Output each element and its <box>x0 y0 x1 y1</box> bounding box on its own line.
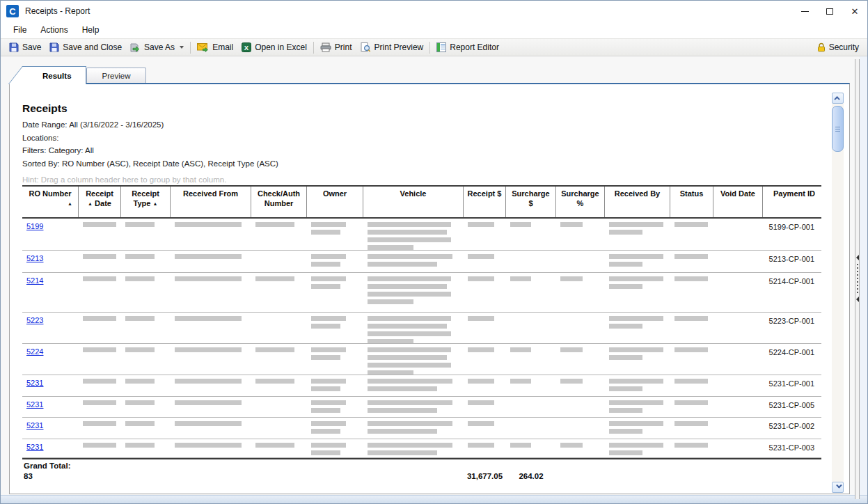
redacted-bar <box>83 421 116 426</box>
table-header: RO Number▲Receipt▲ DateReceiptType ▲Rece… <box>22 185 821 219</box>
table-row: 52135213-CP-001 <box>22 251 821 273</box>
column-header-check-auth-number[interactable]: Check/AuthNumber <box>251 187 307 217</box>
tab-results[interactable]: Results <box>24 66 86 84</box>
redacted-bar <box>674 379 708 384</box>
menu-file[interactable]: File <box>6 23 33 37</box>
ro-number-link[interactable]: 5199 <box>26 222 43 230</box>
report-editor-button[interactable]: Report Editor <box>432 41 503 54</box>
tab-preview[interactable]: Preview <box>86 68 147 83</box>
vehicle-cell <box>363 397 464 417</box>
collapse-left-icon[interactable] <box>856 255 859 260</box>
scroll-down-button[interactable] <box>832 482 844 493</box>
payment-id: 5214-CP-001 <box>769 276 821 285</box>
surcharge-percent-cell <box>556 219 605 250</box>
redacted-bar <box>311 276 346 281</box>
vehicle-cell <box>363 313 464 344</box>
column-header-owner[interactable]: Owner <box>307 187 363 217</box>
redacted-bar <box>125 379 155 384</box>
table-row: 52315231-CP-001 <box>22 375 821 397</box>
ro-number-link[interactable]: 5213 <box>26 254 43 262</box>
scroll-up-button[interactable] <box>832 93 844 104</box>
column-header-void-date[interactable]: Void Date <box>713 187 763 217</box>
maximize-button[interactable] <box>817 1 842 22</box>
toolbar-separator <box>429 42 430 54</box>
close-button[interactable]: ✕ <box>842 1 867 22</box>
right-margin-strip <box>860 56 867 495</box>
redacted-bar <box>255 222 294 227</box>
receipt-amount-cell <box>464 219 506 250</box>
minimize-button[interactable] <box>792 1 817 22</box>
splitter-grip[interactable] <box>857 264 858 293</box>
save-and-close-button[interactable]: Save and Close <box>45 41 126 54</box>
collapse-left-icon[interactable] <box>856 297 859 302</box>
ro-number-cell: 5231 <box>22 439 79 457</box>
print-button[interactable]: Print <box>316 41 356 54</box>
receipt-amount-cell <box>464 313 506 344</box>
received-by-cell <box>605 219 670 250</box>
column-header-payment-id[interactable]: Payment ID <box>763 187 821 217</box>
redacted-bar <box>368 339 413 344</box>
check-auth-cell <box>251 313 307 344</box>
column-header-receipt-type[interactable]: ReceiptType ▲ <box>121 187 171 217</box>
redacted-bar <box>311 443 346 448</box>
column-header-received-by[interactable]: Received By <box>605 187 670 217</box>
vertical-scrollbar[interactable] <box>832 93 844 493</box>
redacted-bar <box>368 222 451 227</box>
redacted-bar <box>368 292 451 297</box>
window-title: Receipts - Report <box>25 6 90 16</box>
redacted-bar <box>175 347 242 352</box>
redacted-bar <box>468 254 494 259</box>
grand-total-surcharge: 264.02 <box>506 472 556 480</box>
print-preview-button[interactable]: Print Preview <box>356 41 428 54</box>
column-header-received-from[interactable]: Received From <box>171 187 251 217</box>
save-as-dropdown-icon[interactable] <box>180 46 184 49</box>
payment-id: 5224-CP-001 <box>769 347 821 356</box>
redacted-bar <box>609 450 642 455</box>
received-from-cell <box>171 439 251 457</box>
save-as-button[interactable]: Save As <box>126 41 188 54</box>
table-row: 51995199-CP-001 <box>22 219 821 251</box>
redacted-bar <box>609 222 663 227</box>
redacted-bar <box>255 443 294 448</box>
column-header-receipt-date[interactable]: Receipt▲ Date <box>79 187 121 217</box>
ro-number-link[interactable]: 5224 <box>26 347 43 356</box>
column-header-vehicle[interactable]: Vehicle <box>363 187 464 217</box>
ro-number-link[interactable]: 5231 <box>26 421 43 430</box>
redacted-bar <box>175 254 242 259</box>
security-button[interactable]: Security <box>813 41 863 54</box>
column-header-ro-number[interactable]: RO Number▲ <box>22 187 79 217</box>
redacted-bar <box>368 347 451 352</box>
menu-help[interactable]: Help <box>75 23 106 37</box>
check-auth-cell <box>251 219 307 250</box>
ro-number-link[interactable]: 5231 <box>26 443 43 451</box>
redacted-bar <box>311 222 346 227</box>
payment-id-cell: 5231-CP-002 <box>763 418 821 439</box>
menu-actions[interactable]: Actions <box>33 23 74 37</box>
ro-number-link[interactable]: 5231 <box>26 379 43 387</box>
excel-icon: X <box>242 42 251 52</box>
save-button[interactable]: Save <box>5 41 45 54</box>
column-header-surcharge[interactable]: Surcharge% <box>556 187 605 217</box>
receipt-type-cell <box>121 418 171 439</box>
email-button[interactable]: Email <box>193 41 237 54</box>
receipt-amount-cell <box>464 397 506 417</box>
void-date-cell <box>713 273 763 312</box>
ro-number-link[interactable]: 5223 <box>26 316 43 324</box>
status-cell <box>670 251 713 272</box>
column-header-status[interactable]: Status <box>670 187 713 217</box>
panel-splitter[interactable] <box>855 59 860 499</box>
scrollbar-thumb[interactable] <box>832 106 844 152</box>
column-header-surcharge[interactable]: Surcharge$ <box>506 187 556 217</box>
redacted-bar <box>609 386 642 391</box>
ro-number-link[interactable]: 5231 <box>26 400 43 409</box>
window-controls: ✕ <box>792 1 867 22</box>
receipt-type-cell <box>121 273 171 312</box>
received-from-cell <box>171 251 251 272</box>
receipt-date-cell <box>79 418 121 439</box>
payment-id-cell: 5231-CP-005 <box>763 397 821 417</box>
column-header-receipt[interactable]: Receipt $ <box>464 187 506 217</box>
ro-number-link[interactable]: 5214 <box>26 276 43 285</box>
redacted-bar <box>368 429 437 434</box>
open-in-excel-button[interactable]: X Open in Excel <box>237 41 311 54</box>
surcharge-percent-cell <box>556 439 605 457</box>
